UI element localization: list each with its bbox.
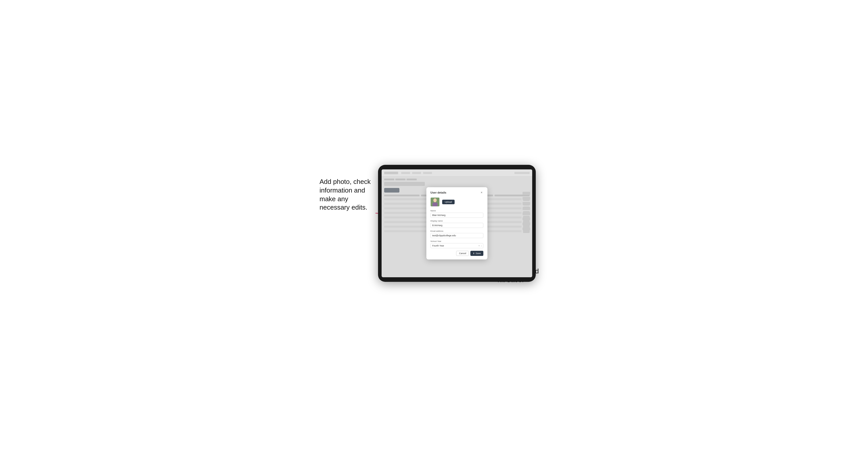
email-label: Email address xyxy=(430,230,483,232)
name-field-group: Name xyxy=(430,210,483,218)
display-name-label: Display name xyxy=(430,220,483,222)
school-year-label: School Year xyxy=(430,240,483,242)
photo-thumbnail xyxy=(430,197,440,207)
tablet-device: User details × xyxy=(378,165,536,282)
photo-row: Upload xyxy=(430,197,483,207)
annotation-left: Add photo, check information and make an… xyxy=(319,178,378,212)
email-field-group: Email address xyxy=(430,230,483,238)
modal-overlay: User details × xyxy=(381,169,532,277)
profile-photo-svg xyxy=(431,197,439,206)
school-year-field-group: School Year × ⌄ xyxy=(430,240,483,248)
school-year-input[interactable] xyxy=(430,243,483,248)
cancel-button[interactable]: Cancel xyxy=(456,251,469,256)
name-input[interactable] xyxy=(430,213,483,218)
email-input[interactable] xyxy=(430,233,483,238)
annotation-left-text: Add photo, check information and make an… xyxy=(319,178,371,211)
modal-close-button[interactable]: × xyxy=(480,191,483,194)
save-button[interactable]: ⬆ Save xyxy=(470,251,483,256)
save-label: Save xyxy=(475,252,481,255)
modal-footer: Cancel ⬆ Save xyxy=(430,251,483,256)
svg-point-3 xyxy=(433,198,437,202)
select-clear-icon[interactable]: × xyxy=(478,244,480,247)
display-name-input[interactable] xyxy=(430,223,483,228)
svg-rect-5 xyxy=(433,203,438,206)
user-details-modal: User details × xyxy=(426,187,488,259)
select-controls: × ⌄ xyxy=(478,244,482,247)
upload-button[interactable]: Upload xyxy=(442,200,455,204)
name-label: Name xyxy=(430,210,483,212)
school-year-select-wrapper: × ⌄ xyxy=(430,243,483,248)
save-icon: ⬆ xyxy=(473,252,475,255)
select-arrow-icon[interactable]: ⌄ xyxy=(480,245,482,247)
scene: Add photo, check information and make an… xyxy=(319,157,549,310)
photo-thumb-inner xyxy=(431,198,439,206)
display-name-field-group: Display name xyxy=(430,220,483,228)
modal-header: User details × xyxy=(430,191,483,194)
modal-title: User details xyxy=(430,191,446,194)
tablet-screen: User details × xyxy=(381,169,532,277)
